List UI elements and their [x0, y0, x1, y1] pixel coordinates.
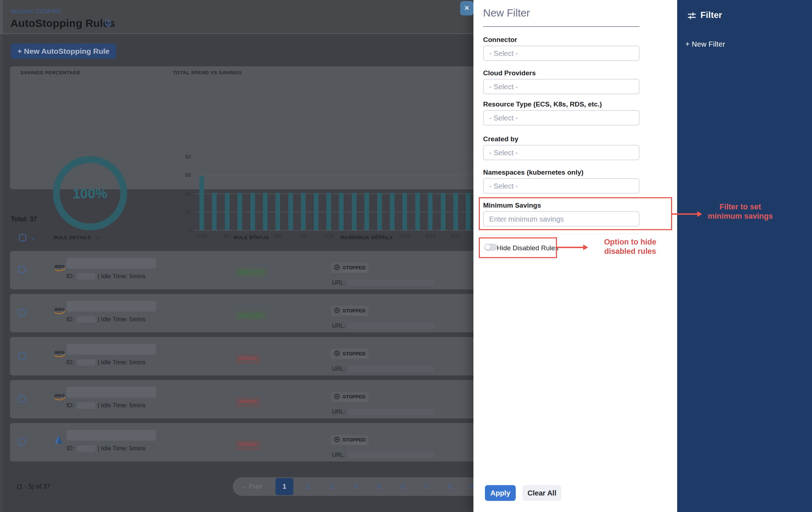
annotation-text-hide-disabled: Option to hidedisabled rules [592, 237, 669, 256]
id-label: ID: [66, 273, 74, 280]
stopped-icon [334, 307, 340, 315]
stopped-icon [334, 264, 340, 272]
url-value-redacted [348, 409, 434, 415]
rule-id-line: ID:| Idle Time: 5mins [66, 316, 146, 323]
select-field-1[interactable]: - Select - [483, 79, 639, 94]
select-field-4[interactable]: - Select - [483, 178, 639, 194]
select-field-3[interactable]: - Select - [483, 145, 639, 160]
row-checkbox[interactable] [18, 309, 25, 316]
page-button-3[interactable]: 3 [320, 477, 344, 496]
table-row[interactable]: awsID:| Idle Time: 5minsHEALTHYSTOPPEDUR… [10, 294, 481, 332]
id-label: ID: [66, 316, 74, 323]
url-value-redacted [348, 452, 434, 458]
select-field-2[interactable]: - Select - [483, 110, 639, 125]
account-breadcrumb[interactable]: Account: CCM-NG [11, 8, 61, 15]
rule-name-redacted [66, 430, 156, 441]
page-button-8[interactable]: 8 [438, 477, 462, 496]
summary-charts-card: SAVINGS PERCENTAGE TOTAL SPEND VS SAVING… [10, 66, 481, 189]
col-rule-details[interactable]: RULE DETAILS [54, 235, 91, 240]
annotation-text-minimum-savings: Filter to setminimum savings [699, 202, 781, 221]
id-label: ID: [66, 359, 74, 366]
svg-text:aws: aws [55, 306, 65, 312]
url-value-redacted [348, 323, 434, 329]
page-button-5[interactable]: 5 [367, 477, 391, 496]
table-row[interactable]: ID:| Idle Time: 5minsERRORSTOPPEDURL: [10, 423, 481, 461]
chevron-down-icon[interactable]: ⌄ [30, 234, 36, 241]
annotation-arrowhead-hide-disabled [583, 245, 588, 250]
rule-status-badge: ERROR [235, 440, 261, 450]
drawer-divider [483, 234, 639, 234]
annotation-line: disabled rules [592, 247, 669, 256]
id-value-redacted [77, 273, 95, 280]
page-button-7[interactable]: 7 [415, 477, 438, 496]
table-row[interactable]: awsID:| Idle Time: 5minsERRORSTOPPEDURL: [10, 337, 481, 375]
table-row[interactable]: awsID:| Idle Time: 5minsERRORSTOPPEDURL: [10, 380, 481, 418]
aws-icon: aws [53, 392, 66, 402]
table-header-row: ⌄ RULE DETAILS ▴▾ RULE STATUS RESOURCE D… [0, 231, 473, 246]
left-edge-strip-lower [0, 34, 3, 512]
spend-bar [415, 193, 420, 230]
prev-page-button[interactable]: ← Prev [241, 477, 262, 496]
url-line: URL: [332, 409, 434, 415]
azure-icon [53, 435, 66, 445]
y-axis-tick: $4 [173, 190, 191, 197]
row-checkbox[interactable] [18, 266, 25, 273]
url-line: URL: [332, 366, 434, 372]
annotation-arrow-hide-disabled [557, 247, 583, 248]
info-icon[interactable]: i [105, 20, 111, 27]
stopped-label: STOPPED [343, 265, 365, 271]
filter-name-input[interactable]: New Filter [483, 7, 530, 19]
page-button-2[interactable]: 2 [296, 477, 320, 496]
url-value-redacted [348, 366, 434, 372]
resource-state-chip[interactable]: STOPPED [331, 263, 369, 273]
id-value-redacted [77, 402, 95, 409]
resource-state-chip[interactable]: STOPPED [331, 349, 369, 359]
savings-percentage-title: SAVINGS PERCENTAGE [20, 70, 80, 75]
rule-name-redacted [66, 258, 156, 269]
row-checkbox[interactable] [18, 352, 25, 359]
resource-state-chip[interactable]: STOPPED [331, 392, 369, 402]
new-autostopping-rule-button[interactable]: + New AutoStopping Rule [11, 43, 116, 59]
url-label: URL: [332, 409, 345, 415]
spend-bar [314, 193, 318, 230]
total-spend-vs-savings-title: TOTAL SPEND VS SAVINGS [173, 70, 242, 75]
rule-name-redacted [66, 344, 156, 355]
page-button-4[interactable]: 4 [344, 477, 367, 496]
aws-icon: aws [53, 305, 66, 316]
close-icon[interactable]: ✕ [460, 1, 473, 15]
filter-name-underline [483, 26, 639, 27]
rule-id-line: ID:| Idle Time: 5mins [66, 359, 146, 366]
donut-value-label: 100% [72, 186, 107, 201]
select-field-0[interactable]: - Select - [483, 46, 639, 61]
apply-button[interactable]: Apply [485, 485, 516, 501]
pagination-range-label: (1 - 5) of 37 [17, 483, 50, 490]
page-button-6[interactable]: 6 [391, 477, 415, 496]
rule-id-line: ID:| Idle Time: 5mins [66, 273, 146, 280]
resource-state-chip[interactable]: STOPPED [331, 306, 369, 316]
field-label-0: Connector [483, 36, 517, 44]
idle-time-label: | Idle Time: 5mins [98, 273, 146, 280]
spend-bar [390, 193, 395, 230]
id-label: ID: [66, 402, 74, 409]
rule-status-badge: ERROR [235, 354, 261, 364]
sort-icon[interactable]: ▴▾ [96, 234, 101, 240]
row-checkbox[interactable] [18, 395, 25, 402]
sidebar-new-filter-button[interactable]: + New Filter [685, 40, 725, 48]
clear-all-button[interactable]: Clear All [523, 485, 561, 501]
id-label: ID: [66, 445, 74, 452]
url-line: URL: [332, 452, 434, 458]
total-count-label: Total: 37 [11, 215, 37, 223]
page-button-1[interactable]: 1 [275, 478, 293, 495]
resource-state-chip[interactable]: STOPPED [331, 435, 369, 445]
spend-bar [288, 193, 293, 230]
url-value-redacted [348, 280, 434, 286]
aws-icon: aws [53, 349, 66, 359]
select-all-checkbox[interactable] [19, 234, 26, 241]
url-label: URL: [332, 280, 345, 286]
gridline [195, 175, 491, 175]
row-checkbox[interactable] [18, 438, 25, 445]
table-row[interactable]: awsID:| Idle Time: 5minsHEALTHYSTOPPEDUR… [10, 251, 481, 289]
field-label-3: Created by [483, 135, 518, 143]
stopped-label: STOPPED [343, 308, 365, 314]
spend-bar [326, 193, 331, 230]
